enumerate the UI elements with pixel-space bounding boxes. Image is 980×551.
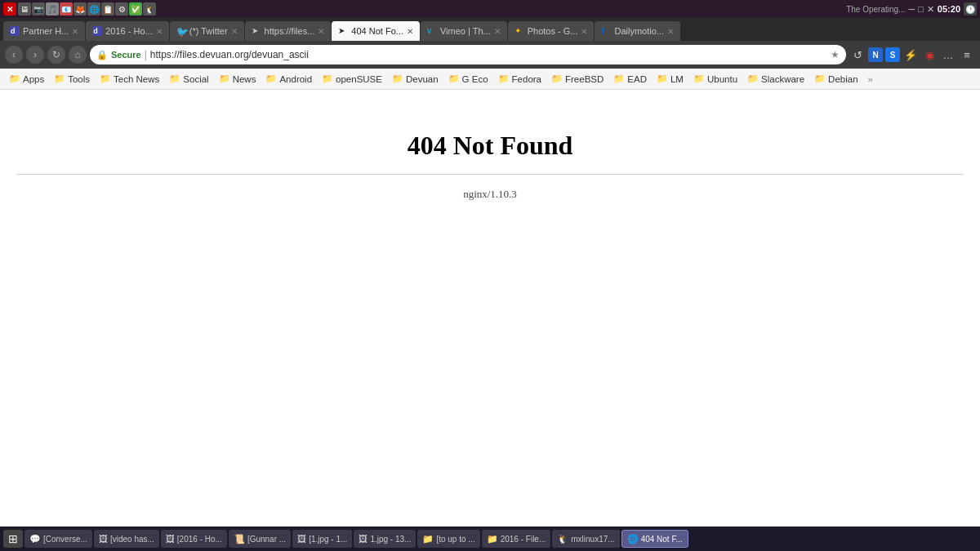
app-icon-3[interactable]: 🎵 [46,2,59,16]
tab-favicon-vimeo: v [427,26,437,36]
tab-partner[interactable]: d Partner H... ✕ [3,21,85,41]
app-icon-10[interactable]: 🐧 [143,2,156,16]
bm-debian[interactable]: 📁 Debian [810,72,862,86]
x-icon[interactable]: ✕ [3,2,16,16]
tab-close-vimeo[interactable]: ✕ [494,27,501,36]
bm-devuan[interactable]: 📁 Devuan [388,72,443,86]
app-icon-8[interactable]: ⚙ [115,2,128,16]
bm-folder-icon-android: 📁 [265,73,277,84]
taskbar-item-2016file[interactable]: 📁 2016 - File... [482,530,551,548]
bm-ubuntu[interactable]: 📁 Ubuntu [689,72,742,86]
bm-tools[interactable]: 📁 Tools [50,72,94,86]
url-display[interactable]: https://files.devuan.org/devuan_ascii [150,49,827,60]
bm-label-debian: Debian [828,74,858,84]
bm-social[interactable]: 📁 Social [165,72,212,86]
bm-label-social: Social [183,74,208,84]
taskbar-icon-404: 🌐 [627,534,639,544]
menu-icon[interactable]: ≡ [959,47,975,63]
tab-close-404[interactable]: ✕ [407,27,413,36]
page-content: 404 Not Found nginx/1.10.3 [0,90,980,527]
maximize-btn[interactable]: □ [918,4,924,14]
bm-folder-icon-opensuse: 📁 [322,73,333,84]
tab-twitter[interactable]: 🐦 (*) Twitter ✕ [170,21,244,41]
titlebar-extra-label: The Operating... [846,5,905,14]
star-icon[interactable]: ★ [831,49,840,60]
tab-files[interactable]: ➤ https://files... ✕ [245,21,332,41]
tab-404[interactable]: ➤ 404 Not Fo... ✕ [332,21,420,41]
bm-folder-icon-freebsd: 📁 [551,73,563,84]
bm-folder-icon-ead: 📁 [613,73,625,84]
bm-label-ead: EAD [627,74,647,84]
extension-icon-4[interactable]: ◉ [921,47,938,63]
bm-folder-icon-ubuntu: 📁 [693,73,705,84]
bm-opensuse[interactable]: 📁 openSUSE [318,72,386,86]
tab-close-files[interactable]: ✕ [318,27,324,36]
extension-icon-5[interactable]: … [940,47,956,63]
refresh-icon[interactable]: ↺ [849,47,866,63]
app-icon-5[interactable]: 🦊 [74,2,87,16]
addr-separator: | [145,49,147,60]
app-icon-7[interactable]: 📋 [101,2,114,16]
clock: 05:20 [938,4,960,14]
taskbar-item-toup[interactable]: 📁 [to up to ... [417,530,479,548]
bm-lm[interactable]: 📁 LM [653,72,688,86]
tab-close-dailymotion[interactable]: ✕ [667,27,674,36]
taskbar-start-button[interactable]: ⊞ [3,530,23,548]
taskbar-item-converse[interactable]: 💬 [Converse... [24,530,92,548]
close-btn[interactable]: ✕ [927,4,934,15]
bm-fedora[interactable]: 📁 Fedora [494,72,546,86]
bm-geco[interactable]: 📁 G Eco [444,72,492,86]
app-icon-2[interactable]: 📷 [32,2,45,16]
taskbar-item-404[interactable]: 🌐 404 Not F... [621,530,688,548]
bm-slackware[interactable]: 📁 Slackware [743,72,808,86]
bm-news[interactable]: 📁 News [215,72,261,86]
bm-apps[interactable]: 📁 Apps [5,72,48,86]
address-bar[interactable]: 🔒 Secure | https://files.devuan.org/devu… [90,45,846,64]
taskbar-item-mx[interactable]: 🐧 mxlinux17... [552,530,619,548]
tab-close-photos[interactable]: ✕ [581,27,587,36]
app-icon-1[interactable]: 🖥 [18,2,31,16]
bm-android[interactable]: 📁 Android [261,72,316,86]
extension-icon-1[interactable]: N [868,47,883,62]
taskbar-item-1jpg1[interactable]: 🖼 [1.jpg - 1... [292,530,352,548]
bm-more[interactable]: » [864,73,877,86]
bm-freebsd[interactable]: 📁 FreeBSD [547,72,608,86]
tab-favicon-photos: ✦ [514,26,524,36]
app-icon-4[interactable]: 📧 [60,2,73,16]
app-icon-9[interactable]: ✅ [129,2,142,16]
tab-photos[interactable]: ✦ Photos - G... ✕ [508,21,595,41]
taskbar-item-2016[interactable]: 🖼 [2016 - Ho... [161,530,227,548]
extension-icon-2[interactable]: S [885,47,900,62]
forward-button[interactable]: › [26,46,44,64]
app-icon-6[interactable]: 🌐 [87,2,100,16]
taskbar-item-gunnar[interactable]: 📜 [Gunnar ... [229,530,291,548]
tab-close-partner[interactable]: ✕ [72,27,78,36]
back-button[interactable]: ‹ [5,46,23,64]
taskbar-icon-mx: 🐧 [557,534,568,544]
minimize-btn[interactable]: ─ [908,4,915,14]
reload-button[interactable]: ↻ [47,46,65,64]
tab-close-2016[interactable]: ✕ [156,27,163,36]
home-button[interactable]: ⌂ [69,46,87,64]
bm-folder-icon-news: 📁 [219,73,230,84]
bm-label-android: Android [279,74,312,84]
bm-technews[interactable]: 📁 Tech News [96,72,163,86]
tab-close-twitter[interactable]: ✕ [231,27,238,36]
taskbar-label-2016file: 2016 - File... [501,535,546,544]
tab-favicon-twitter: 🐦 [176,26,186,36]
tab-favicon-404: ➤ [338,26,348,36]
taskbar: ⊞ 💬 [Converse... 🖼 [video has... 🖼 [2016… [0,527,980,551]
tab-vimeo[interactable]: v Vimeo | Th... ✕ [421,21,507,41]
bm-ead[interactable]: 📁 EAD [609,72,651,86]
page-nginx: nginx/1.10.3 [16,188,964,201]
extension-icon-3[interactable]: ⚡ [902,47,919,63]
tab-2016[interactable]: d 2016 - Ho... ✕ [86,21,168,41]
taskbar-icon-2016: 🖼 [166,534,175,544]
titlebar-app-icons: 🖥 📷 🎵 📧 🦊 🌐 📋 ⚙ ✅ 🐧 [18,2,156,16]
tab-dailymotion[interactable]: f Dailymotio... ✕ [595,21,680,41]
tabbar: d Partner H... ✕ d 2016 - Ho... ✕ 🐦 (*) … [0,18,980,41]
taskbar-item-video[interactable]: 🖼 [video has... [94,530,159,548]
taskbar-item-1jpg2[interactable]: 🖼 1.jpg - 13... [354,530,416,548]
bm-label-lm: LM [670,74,684,84]
tab-label-twitter: (*) Twitter [189,26,228,36]
